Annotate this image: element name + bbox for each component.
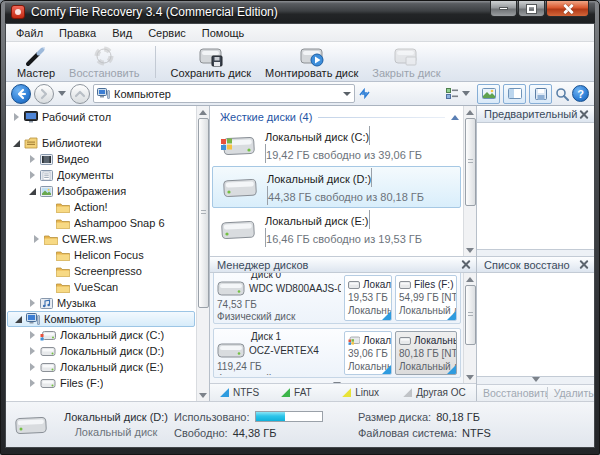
expander-icon[interactable] <box>32 235 40 243</box>
preview-panel-body <box>477 123 594 250</box>
expander-icon[interactable] <box>28 363 36 371</box>
scroll-down-icon[interactable] <box>532 377 540 382</box>
folder-icon <box>56 202 70 213</box>
close-panel-icon[interactable] <box>578 109 589 120</box>
close-button[interactable] <box>546 1 589 17</box>
collapse-group-icon[interactable] <box>451 115 459 120</box>
wizard-button[interactable]: Мастер <box>10 43 62 81</box>
system-drive-icon <box>40 330 56 341</box>
partition-card[interactable]: Локаль 39,06 ГБ [N Локальный <box>344 331 392 375</box>
menu-edit[interactable]: Правка <box>51 26 104 40</box>
tree-item-drive-c[interactable]: Локальный диск (C:) <box>6 327 196 343</box>
tree-item-folder[interactable]: CWER.ws <box>6 231 196 247</box>
drive-icon <box>40 362 56 373</box>
hdd-icon <box>219 215 257 243</box>
tree-item-drive-e[interactable]: Локальный диск (E:) <box>6 359 196 375</box>
expander-icon[interactable] <box>28 299 36 307</box>
close-disk-button[interactable]: Закрыть диск <box>365 43 447 81</box>
tree-item-folder[interactable]: Screenpresso <box>6 263 196 279</box>
folder-tree: Рабочий стол Библиотеки Видео Документы <box>6 106 196 401</box>
search-icon[interactable] <box>555 87 569 101</box>
scroll-up-icon[interactable] <box>465 106 476 118</box>
disk-manager-scrollbar[interactable] <box>463 273 476 383</box>
tree-scrollbar[interactable] <box>196 106 209 401</box>
menu-view[interactable]: Вид <box>104 26 140 40</box>
close-panel-icon[interactable] <box>578 259 589 270</box>
tree-item-music[interactable]: Музыка <box>6 295 196 311</box>
scrollbar-thumb[interactable] <box>465 285 476 345</box>
scroll-down-icon[interactable] <box>465 244 476 256</box>
physical-disk-row[interactable]: Диск 0 WDC WD800AAJS-00' 74,53 ГБ Физиче… <box>213 273 461 324</box>
disk-item-e[interactable]: Локальный диск (E:) 16,46 ГБ свободно из… <box>210 208 463 250</box>
expander-icon[interactable] <box>28 331 36 339</box>
expander-icon[interactable] <box>14 316 22 323</box>
scrollbar-thumb[interactable] <box>198 118 209 308</box>
expander-icon[interactable] <box>12 113 20 121</box>
disk-item-c[interactable]: Локальный диск (C:) 19,42 ГБ свободно из… <box>210 124 463 166</box>
physical-disk-row[interactable]: Диск 1 OCZ-VERTEX4 119,24 ГБ Физический … <box>213 328 461 378</box>
tree-item-folder[interactable]: Helicon Focus <box>6 247 196 263</box>
scroll-up-icon[interactable] <box>198 106 209 118</box>
app-window: Comfy File Recovery 3.4 (Commercial Edit… <box>0 0 600 455</box>
partition-card[interactable]: Files (F:) 54,99 ГБ [NTFS] Локальный дис… <box>395 275 457 321</box>
disk-list-panel: Жесткие диски (4) Локальный диск (C:) 19… <box>210 106 476 256</box>
expander-icon[interactable] <box>28 347 36 355</box>
tree-item-video[interactable]: Видео <box>6 151 196 167</box>
recover-selected-button[interactable]: Восстановить <box>477 387 547 399</box>
mount-disk-button[interactable]: Монтировать диск <box>258 43 365 81</box>
save-disk-button[interactable]: Сохранить диск <box>164 43 259 81</box>
panels-toggle[interactable] <box>503 84 526 104</box>
disk-manager-header: Менеджер дисков <box>210 256 476 273</box>
scrollbar-thumb[interactable] <box>465 118 476 206</box>
address-bar[interactable]: Компьютер <box>93 84 355 103</box>
drive-icon <box>40 378 56 389</box>
recover-button[interactable]: Восстановить <box>62 43 146 81</box>
title-bar[interactable]: Comfy File Recovery 3.4 (Commercial Edit… <box>5 1 595 23</box>
disk-list-scrollbar[interactable] <box>463 106 476 256</box>
tree-item-folder[interactable]: Action! <box>6 199 196 215</box>
minimize-button[interactable] <box>490 1 517 17</box>
save-layout-toggle[interactable] <box>529 84 552 104</box>
recovery-list-header: Список восстано <box>477 256 594 273</box>
expander-icon[interactable] <box>12 140 20 147</box>
scroll-down-icon[interactable] <box>465 371 476 383</box>
menu-service[interactable]: Сервис <box>140 26 194 40</box>
main-toolbar: Мастер Восстановить Сохранить диск Монти <box>6 42 594 82</box>
refresh-icon[interactable] <box>358 87 371 100</box>
back-button[interactable] <box>11 84 31 104</box>
disk-item-d[interactable]: Локальный диск (D:) 44,38 ГБ свободно из… <box>212 166 461 208</box>
legend-ntfs-icon <box>220 388 229 397</box>
tree-item-documents[interactable]: Документы <box>6 167 196 183</box>
help-icon[interactable]: ? <box>572 85 589 102</box>
expander-icon[interactable] <box>28 379 36 387</box>
partition-card[interactable]: Локал 19,53 ГБ | Локальнь <box>344 275 392 321</box>
address-dropdown-icon[interactable] <box>343 92 351 96</box>
menu-file[interactable]: Файл <box>8 26 51 40</box>
menu-help[interactable]: Помощь <box>194 26 253 40</box>
tree-item-computer[interactable]: Компьютер <box>7 311 195 327</box>
scroll-down-icon[interactable] <box>198 389 209 401</box>
drive-icon <box>399 281 411 289</box>
scroll-up-icon[interactable] <box>465 273 476 285</box>
up-button[interactable] <box>70 84 90 104</box>
history-dropdown-icon[interactable] <box>58 91 66 96</box>
tree-item-pictures[interactable]: Изображения <box>6 183 196 199</box>
tree-item-folder[interactable]: VueScan <box>6 279 196 295</box>
hdd-icon <box>221 173 259 201</box>
tree-item-drive-d[interactable]: Локальный диск (D:) <box>6 343 196 359</box>
tree-item-libraries[interactable]: Библиотеки <box>6 135 196 151</box>
views-button[interactable] <box>443 88 474 100</box>
disk-group-header[interactable]: Жесткие диски (4) <box>210 106 463 124</box>
expander-icon[interactable] <box>28 155 36 163</box>
expander-icon[interactable] <box>28 171 36 179</box>
preview-pane-toggle[interactable] <box>477 84 500 104</box>
tree-item-folder[interactable]: Ashampoo Snap 6 <box>6 215 196 231</box>
delete-selected-button[interactable]: Удалить <box>548 387 594 399</box>
expander-icon[interactable] <box>28 188 36 195</box>
tree-item-drive-f[interactable]: Files (F:) <box>6 375 196 391</box>
close-panel-icon[interactable] <box>460 259 471 270</box>
forward-button[interactable] <box>34 84 54 104</box>
tree-item-desktop[interactable]: Рабочий стол <box>6 109 196 125</box>
partition-card-selected[interactable]: Локальный д 80,18 ГБ [NTFS] Локальный ди… <box>395 331 457 375</box>
maximize-button[interactable] <box>518 1 545 17</box>
